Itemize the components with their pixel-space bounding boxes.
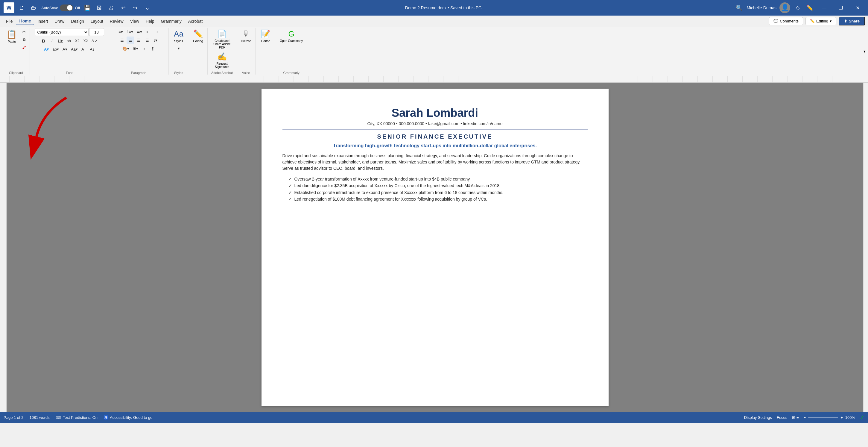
word-icon: W	[4, 2, 14, 13]
autosave-label: AutoSave	[41, 6, 58, 10]
menu-layout[interactable]: Layout	[88, 18, 106, 25]
menu-grammarly[interactable]: Grammarly	[158, 18, 185, 25]
zoom-out-button[interactable]: −	[804, 415, 806, 420]
strikethrough-button[interactable]: ab	[65, 37, 73, 44]
editing-group: ✏️ Editing	[189, 28, 208, 74]
superscript-button[interactable]: X2	[82, 37, 90, 44]
font-name-select[interactable]: Calibri (Body)	[35, 28, 89, 36]
justify-button[interactable]: ☰	[143, 36, 151, 44]
page-count: Page 1 of 2	[4, 415, 24, 420]
focus-mode[interactable]: Focus	[777, 415, 787, 420]
zoom-slider[interactable]	[808, 417, 838, 418]
minimize-button[interactable]: —	[817, 3, 831, 12]
editing-button[interactable]: ✏️ Editing ▾	[805, 17, 836, 25]
editor-button[interactable]: 📝 Editor	[258, 28, 273, 44]
status-bar: Page 1 of 2 1081 words ⌨ Text Prediction…	[0, 412, 868, 423]
customize-icon[interactable]: ⌄	[143, 3, 152, 12]
grow-font-button[interactable]: A↑	[80, 46, 88, 53]
font-group: Calibri (Body) B I U▾ ab X2 X2 A↗ A▾ ab▾…	[31, 28, 108, 74]
zoom-level: 100%	[845, 415, 855, 420]
case-button[interactable]: Aa▾	[69, 46, 79, 53]
align-center-button[interactable]: ☰	[127, 36, 134, 44]
menu-home[interactable]: Home	[17, 18, 34, 25]
bullets-button[interactable]: ≡▾	[117, 28, 125, 35]
open-grammarly-button[interactable]: G Open Grammarly	[277, 28, 305, 44]
paste-button[interactable]: 📋 Paste	[4, 28, 20, 70]
clear-format-button[interactable]: A↗	[90, 37, 99, 44]
autosave-toggle[interactable]	[60, 4, 73, 11]
align-left-button[interactable]: ☰	[118, 36, 126, 44]
line-spacing-button[interactable]: ↕▾	[152, 36, 159, 44]
save-icon[interactable]: 💾	[83, 3, 92, 12]
menu-design[interactable]: Design	[68, 18, 87, 25]
format-painter-button[interactable]: 🖌	[20, 44, 28, 51]
adobe-group: 📄 Create and Share Adobe PDF ✍️ Request …	[208, 28, 236, 74]
restore-button[interactable]: ❐	[834, 3, 848, 12]
menu-review[interactable]: Review	[107, 18, 127, 25]
align-right-button[interactable]: ☰	[135, 36, 143, 44]
borders-button[interactable]: ⊞▾	[131, 45, 140, 52]
shrink-font-button[interactable]: A↓	[88, 46, 96, 53]
status-bar-right: Display Settings Focus ⊞ ≡ − + 100% ✓	[744, 414, 864, 421]
document-page: Sarah Lombardi City, XX 00000 • 000.000.…	[261, 89, 609, 406]
multilevel-button[interactable]: ≣▾	[135, 28, 144, 35]
main-area: Sarah Lombardi City, XX 00000 • 000.000.…	[0, 83, 868, 412]
diamond-icon[interactable]: ◇	[793, 3, 802, 12]
share-button[interactable]: ⬆ Share	[839, 17, 865, 25]
redo-icon[interactable]: ↪	[131, 3, 140, 12]
editing-toolbar-button[interactable]: ✏️ Editing	[191, 28, 206, 44]
menu-help[interactable]: Help	[143, 18, 157, 25]
cut-button[interactable]: ✂	[20, 28, 28, 35]
menu-file[interactable]: File	[3, 18, 16, 25]
decrease-indent-button[interactable]: ⇤	[144, 28, 152, 35]
font-size-input[interactable]	[89, 28, 104, 36]
styles-button[interactable]: Aa Styles	[171, 28, 186, 44]
view-icons: ⊞ ≡	[792, 415, 799, 420]
styles-expand-button[interactable]: ▾	[175, 44, 183, 52]
request-signatures-button[interactable]: ✍️ Request Signatures	[212, 51, 232, 70]
title-bar: W 🗋 🗁 AutoSave Off 💾 🖫 🖨 ↩ ↪ ⌄ Demo 2 Re…	[0, 0, 868, 16]
open-icon[interactable]: 🗁	[29, 3, 38, 12]
new-doc-icon[interactable]: 🗋	[18, 3, 26, 12]
text-predictions-icon: ⌨	[56, 415, 61, 420]
undo-icon[interactable]: ↩	[119, 3, 128, 12]
chevron-down-icon: ▾	[830, 19, 832, 23]
subscript-button[interactable]: X2	[73, 37, 81, 44]
ribbon-expand[interactable]: ▾	[864, 28, 866, 74]
comments-button[interactable]: 💬 Comments	[769, 17, 803, 25]
dictate-button[interactable]: 🎙 Dictate	[239, 28, 253, 44]
text-predictions: ⌨ Text Predictions: On	[56, 415, 97, 420]
highlight-button[interactable]: ab▾	[51, 46, 60, 53]
pen-icon[interactable]: ✏️	[805, 3, 814, 12]
search-icon[interactable]: 🔍	[735, 3, 744, 12]
bold-button[interactable]: B	[39, 37, 47, 44]
copy-button[interactable]: ⧉	[20, 36, 28, 43]
underline-button[interactable]: U▾	[56, 37, 64, 44]
increase-indent-button[interactable]: ⇥	[153, 28, 160, 35]
font-color-button[interactable]: A▾	[42, 46, 50, 53]
show-formatting-button[interactable]: ¶	[149, 45, 156, 52]
print-icon[interactable]: 🖨	[107, 3, 116, 12]
italic-button[interactable]: I	[48, 37, 56, 44]
menu-acrobat[interactable]: Acrobat	[185, 18, 206, 25]
display-settings[interactable]: Display Settings	[744, 415, 772, 420]
zoom-in-button[interactable]: +	[840, 415, 843, 420]
editing-toolbar-label: Editing	[193, 39, 203, 43]
editing-label: Editing	[816, 19, 828, 23]
font-bg-button[interactable]: A▾	[61, 46, 69, 53]
ruler-content	[9, 76, 865, 82]
vertical-scrollbar[interactable]	[863, 83, 868, 412]
numbering-button[interactable]: 1≡▾	[125, 28, 135, 35]
shading-button[interactable]: 🎨▾	[121, 45, 131, 52]
share-label: Share	[849, 19, 860, 23]
menu-insert[interactable]: Insert	[34, 18, 51, 25]
sort-button[interactable]: ↕	[140, 45, 148, 52]
menu-view[interactable]: View	[127, 18, 142, 25]
close-button[interactable]: ✕	[850, 3, 864, 12]
save-alt-icon[interactable]: 🖫	[95, 3, 104, 12]
resume-bullets: Oversaw 2-year transformation of Xxxxx f…	[282, 176, 588, 203]
create-share-pdf-button[interactable]: 📄 Create and Share Adobe PDF	[210, 28, 234, 50]
left-margin	[0, 83, 7, 412]
clipboard-group: 📋 Paste ✂ ⧉ 🖌 Clipboard	[2, 28, 30, 74]
menu-draw[interactable]: Draw	[52, 18, 67, 25]
